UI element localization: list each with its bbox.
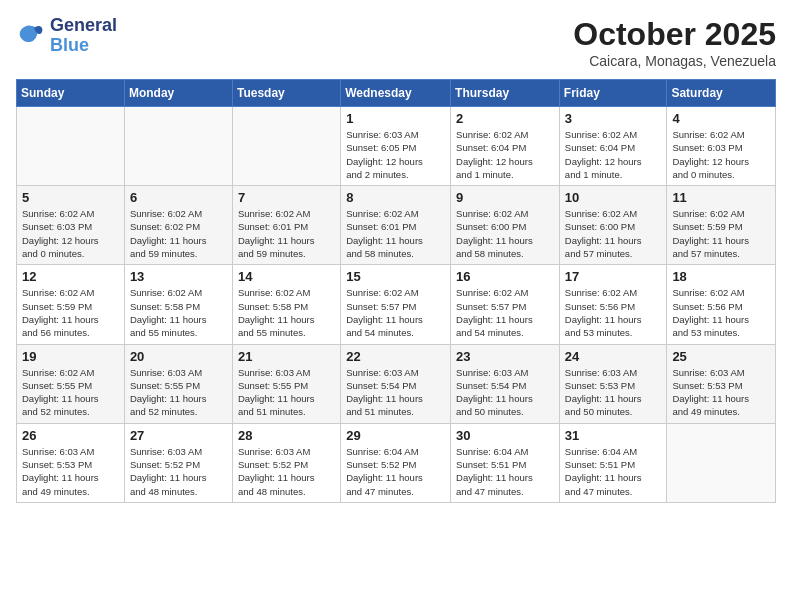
calendar-cell: 2Sunrise: 6:02 AM Sunset: 6:04 PM Daylig… — [451, 107, 560, 186]
calendar-cell: 26Sunrise: 6:03 AM Sunset: 5:53 PM Dayli… — [17, 423, 125, 502]
day-info: Sunrise: 6:02 AM Sunset: 5:58 PM Dayligh… — [238, 286, 335, 339]
calendar-cell: 13Sunrise: 6:02 AM Sunset: 5:58 PM Dayli… — [124, 265, 232, 344]
calendar-cell: 9Sunrise: 6:02 AM Sunset: 6:00 PM Daylig… — [451, 186, 560, 265]
day-number: 31 — [565, 428, 662, 443]
calendar-cell — [232, 107, 340, 186]
calendar-cell: 31Sunrise: 6:04 AM Sunset: 5:51 PM Dayli… — [559, 423, 667, 502]
day-info: Sunrise: 6:03 AM Sunset: 5:55 PM Dayligh… — [130, 366, 227, 419]
day-info: Sunrise: 6:03 AM Sunset: 5:53 PM Dayligh… — [672, 366, 770, 419]
day-info: Sunrise: 6:02 AM Sunset: 5:59 PM Dayligh… — [672, 207, 770, 260]
calendar-cell: 15Sunrise: 6:02 AM Sunset: 5:57 PM Dayli… — [341, 265, 451, 344]
calendar-cell: 25Sunrise: 6:03 AM Sunset: 5:53 PM Dayli… — [667, 344, 776, 423]
calendar-cell: 8Sunrise: 6:02 AM Sunset: 6:01 PM Daylig… — [341, 186, 451, 265]
day-number: 26 — [22, 428, 119, 443]
day-info: Sunrise: 6:02 AM Sunset: 5:57 PM Dayligh… — [346, 286, 445, 339]
day-info: Sunrise: 6:02 AM Sunset: 6:01 PM Dayligh… — [346, 207, 445, 260]
day-number: 25 — [672, 349, 770, 364]
calendar-cell: 28Sunrise: 6:03 AM Sunset: 5:52 PM Dayli… — [232, 423, 340, 502]
calendar-cell: 3Sunrise: 6:02 AM Sunset: 6:04 PM Daylig… — [559, 107, 667, 186]
day-info: Sunrise: 6:02 AM Sunset: 5:56 PM Dayligh… — [672, 286, 770, 339]
day-info: Sunrise: 6:02 AM Sunset: 6:02 PM Dayligh… — [130, 207, 227, 260]
calendar-cell: 23Sunrise: 6:03 AM Sunset: 5:54 PM Dayli… — [451, 344, 560, 423]
page-header: General Blue October 2025 Caicara, Monag… — [16, 16, 776, 69]
day-number: 5 — [22, 190, 119, 205]
calendar-cell: 7Sunrise: 6:02 AM Sunset: 6:01 PM Daylig… — [232, 186, 340, 265]
day-info: Sunrise: 6:02 AM Sunset: 5:57 PM Dayligh… — [456, 286, 554, 339]
calendar-week-row: 1Sunrise: 6:03 AM Sunset: 6:05 PM Daylig… — [17, 107, 776, 186]
calendar-cell: 6Sunrise: 6:02 AM Sunset: 6:02 PM Daylig… — [124, 186, 232, 265]
day-number: 4 — [672, 111, 770, 126]
calendar-cell: 5Sunrise: 6:02 AM Sunset: 6:03 PM Daylig… — [17, 186, 125, 265]
day-number: 29 — [346, 428, 445, 443]
calendar-cell: 4Sunrise: 6:02 AM Sunset: 6:03 PM Daylig… — [667, 107, 776, 186]
weekday-header-wednesday: Wednesday — [341, 80, 451, 107]
logo-bird-icon — [16, 22, 46, 50]
day-number: 19 — [22, 349, 119, 364]
calendar-cell: 30Sunrise: 6:04 AM Sunset: 5:51 PM Dayli… — [451, 423, 560, 502]
day-info: Sunrise: 6:02 AM Sunset: 6:04 PM Dayligh… — [565, 128, 662, 181]
calendar-week-row: 12Sunrise: 6:02 AM Sunset: 5:59 PM Dayli… — [17, 265, 776, 344]
calendar-cell: 16Sunrise: 6:02 AM Sunset: 5:57 PM Dayli… — [451, 265, 560, 344]
weekday-header-thursday: Thursday — [451, 80, 560, 107]
day-number: 21 — [238, 349, 335, 364]
day-number: 30 — [456, 428, 554, 443]
day-info: Sunrise: 6:03 AM Sunset: 5:52 PM Dayligh… — [238, 445, 335, 498]
month-title: October 2025 — [573, 16, 776, 53]
calendar-cell: 11Sunrise: 6:02 AM Sunset: 5:59 PM Dayli… — [667, 186, 776, 265]
day-info: Sunrise: 6:02 AM Sunset: 6:03 PM Dayligh… — [672, 128, 770, 181]
calendar-cell: 22Sunrise: 6:03 AM Sunset: 5:54 PM Dayli… — [341, 344, 451, 423]
day-number: 13 — [130, 269, 227, 284]
day-number: 16 — [456, 269, 554, 284]
calendar-cell: 14Sunrise: 6:02 AM Sunset: 5:58 PM Dayli… — [232, 265, 340, 344]
day-number: 1 — [346, 111, 445, 126]
day-info: Sunrise: 6:02 AM Sunset: 5:56 PM Dayligh… — [565, 286, 662, 339]
day-info: Sunrise: 6:02 AM Sunset: 6:00 PM Dayligh… — [456, 207, 554, 260]
calendar-cell: 19Sunrise: 6:02 AM Sunset: 5:55 PM Dayli… — [17, 344, 125, 423]
day-info: Sunrise: 6:02 AM Sunset: 5:59 PM Dayligh… — [22, 286, 119, 339]
day-info: Sunrise: 6:03 AM Sunset: 5:52 PM Dayligh… — [130, 445, 227, 498]
calendar-table: SundayMondayTuesdayWednesdayThursdayFrid… — [16, 79, 776, 503]
calendar-cell — [667, 423, 776, 502]
calendar-cell: 29Sunrise: 6:04 AM Sunset: 5:52 PM Dayli… — [341, 423, 451, 502]
day-number: 27 — [130, 428, 227, 443]
day-number: 9 — [456, 190, 554, 205]
calendar-cell: 27Sunrise: 6:03 AM Sunset: 5:52 PM Dayli… — [124, 423, 232, 502]
day-number: 17 — [565, 269, 662, 284]
day-info: Sunrise: 6:03 AM Sunset: 5:53 PM Dayligh… — [565, 366, 662, 419]
day-info: Sunrise: 6:04 AM Sunset: 5:51 PM Dayligh… — [565, 445, 662, 498]
calendar-cell: 10Sunrise: 6:02 AM Sunset: 6:00 PM Dayli… — [559, 186, 667, 265]
day-info: Sunrise: 6:03 AM Sunset: 5:54 PM Dayligh… — [456, 366, 554, 419]
day-info: Sunrise: 6:03 AM Sunset: 5:53 PM Dayligh… — [22, 445, 119, 498]
day-number: 10 — [565, 190, 662, 205]
day-number: 22 — [346, 349, 445, 364]
day-number: 3 — [565, 111, 662, 126]
day-number: 24 — [565, 349, 662, 364]
calendar-week-row: 19Sunrise: 6:02 AM Sunset: 5:55 PM Dayli… — [17, 344, 776, 423]
day-number: 12 — [22, 269, 119, 284]
day-number: 18 — [672, 269, 770, 284]
weekday-header-saturday: Saturday — [667, 80, 776, 107]
day-info: Sunrise: 6:02 AM Sunset: 6:01 PM Dayligh… — [238, 207, 335, 260]
day-number: 6 — [130, 190, 227, 205]
calendar-week-row: 5Sunrise: 6:02 AM Sunset: 6:03 PM Daylig… — [17, 186, 776, 265]
weekday-header-sunday: Sunday — [17, 80, 125, 107]
day-number: 7 — [238, 190, 335, 205]
calendar-week-row: 26Sunrise: 6:03 AM Sunset: 5:53 PM Dayli… — [17, 423, 776, 502]
location: Caicara, Monagas, Venezuela — [573, 53, 776, 69]
day-info: Sunrise: 6:02 AM Sunset: 5:55 PM Dayligh… — [22, 366, 119, 419]
day-info: Sunrise: 6:02 AM Sunset: 6:04 PM Dayligh… — [456, 128, 554, 181]
calendar-cell: 17Sunrise: 6:02 AM Sunset: 5:56 PM Dayli… — [559, 265, 667, 344]
calendar-cell: 12Sunrise: 6:02 AM Sunset: 5:59 PM Dayli… — [17, 265, 125, 344]
day-info: Sunrise: 6:03 AM Sunset: 5:54 PM Dayligh… — [346, 366, 445, 419]
title-block: October 2025 Caicara, Monagas, Venezuela — [573, 16, 776, 69]
calendar-cell: 24Sunrise: 6:03 AM Sunset: 5:53 PM Dayli… — [559, 344, 667, 423]
day-info: Sunrise: 6:02 AM Sunset: 5:58 PM Dayligh… — [130, 286, 227, 339]
day-number: 11 — [672, 190, 770, 205]
day-info: Sunrise: 6:02 AM Sunset: 6:00 PM Dayligh… — [565, 207, 662, 260]
weekday-header-row: SundayMondayTuesdayWednesdayThursdayFrid… — [17, 80, 776, 107]
day-info: Sunrise: 6:03 AM Sunset: 5:55 PM Dayligh… — [238, 366, 335, 419]
day-number: 8 — [346, 190, 445, 205]
calendar-cell: 21Sunrise: 6:03 AM Sunset: 5:55 PM Dayli… — [232, 344, 340, 423]
weekday-header-monday: Monday — [124, 80, 232, 107]
weekday-header-friday: Friday — [559, 80, 667, 107]
